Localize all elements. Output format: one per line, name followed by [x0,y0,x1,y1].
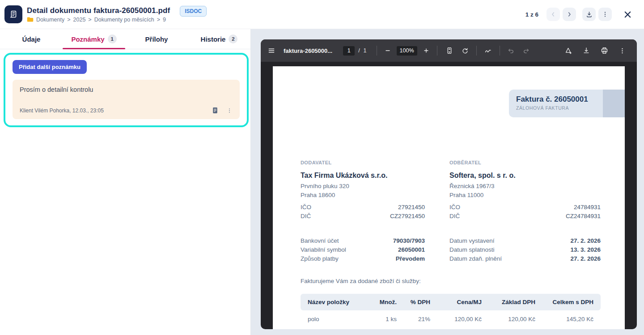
item-vat-rate: 21% [397,316,430,322]
breadcrumb: Dokumenty > 2025 > Dokumenty po měsících… [27,17,170,23]
tab-count-badge: 2 [229,34,237,43]
redo-button[interactable] [522,47,530,55]
download-icon [585,11,593,18]
note-document-icon[interactable] [212,107,218,114]
supplier-address-line: Praha 18600 [301,191,425,200]
customer-address-line: Řeznická 1967/3 [449,182,601,191]
pdf-viewer: faktura-2605000... 1 / 1 100% [261,39,637,329]
supplier-dic-value: CZ27921450 [390,213,425,219]
toolbar-divider [437,46,437,56]
chevron-right-icon [566,11,573,18]
payment-value: 26050001 [398,246,425,253]
item-name: polo [308,316,361,322]
invoice-parties: DODAVATEL Tax Firma Ukázková s.r.o. Prvn… [301,160,601,220]
next-document-button[interactable] [563,8,576,21]
item-quantity: 1 ks [361,316,397,322]
breadcrumb-separator: > [88,17,91,23]
annotate-draw-button[interactable] [484,47,492,55]
pdf-toolbar: faktura-2605000... 1 / 1 100% [261,39,637,62]
toolbar-divider [500,46,500,56]
supplier-block: DODAVATEL Tax Firma Ukázková s.r.o. Prvn… [301,160,425,220]
invoice-items-table: Název položky Množ. % DPH Cena/MJ Základ… [301,294,601,327]
supplier-address-line: Prvního pluku 320 [301,182,425,191]
more-actions-button[interactable] [598,8,612,21]
zoom-in-button[interactable] [423,47,430,54]
download-document-button[interactable] [582,8,596,21]
column-header: Základ DPH [482,299,535,305]
document-pager-label: 1 z 6 [525,11,538,18]
customer-address-line: Praha 11000 [449,191,601,200]
header-actions: 1 z 6 [525,7,635,22]
tab-label: Historie [201,35,226,43]
pdf-menu-icon[interactable] [267,47,275,55]
note-card: Prosím o detailní kontrolu Klient Vilém … [13,80,240,119]
item-vat-base: 120,00 Kč [482,316,535,322]
breadcrumb-item[interactable]: 2025 [73,17,86,23]
pdf-preview-panel: faktura-2605000... 1 / 1 100% [251,29,644,335]
column-header: Celkem s DPH [535,299,593,305]
breadcrumb-item[interactable]: Dokumenty [36,17,64,23]
pdf-page-total: 1 [364,47,367,54]
undo-button[interactable] [507,47,515,55]
pdf-more-options-button[interactable] [619,47,626,55]
payment-label: Způsob platby [301,255,339,262]
tab-prilohy[interactable]: Přílohy [125,29,188,49]
zoom-level-display[interactable]: 100% [397,46,417,56]
add-note-button[interactable]: Přidat další poznámku [13,60,87,74]
tab-label: Údaje [22,35,41,43]
previous-document-button[interactable] [547,8,560,21]
customer-ico-label: IČO [449,204,460,210]
customer-dic-value: CZ24784931 [566,213,601,219]
close-modal-button[interactable] [620,7,635,22]
payment-value: 79030/7903 [393,237,425,244]
supplier-label: DODAVATEL [301,160,425,165]
breadcrumb-separator: > [157,17,160,23]
toolbar-divider [476,46,477,56]
title-block: Detail dokumentu faktura-26050001.pdf Do… [27,6,170,23]
text-annotation-button[interactable] [564,47,572,55]
payment-value: 27. 2. 2026 [570,237,601,244]
pdf-download-button[interactable] [582,47,590,55]
tab-historie[interactable]: Historie 2 [188,29,250,49]
column-header: Název položky [308,299,361,305]
tab-udaje[interactable]: Údaje [0,29,63,49]
table-header-row: Název položky Množ. % DPH Cena/MJ Základ… [301,294,601,310]
customer-ico-value: 24784931 [574,204,601,210]
document-type-icon [4,5,22,23]
payment-label: Datum zdaň. plnění [449,255,502,262]
chevron-left-icon [550,11,557,18]
table-row: polo 1 ks 21% 120,00 Kč 120,00 Kč 145,20… [301,310,601,327]
payment-value: 13. 3. 2026 [570,246,601,253]
invoice-payment-details: Bankovní účet79030/7903 Variabilní symbo… [301,236,601,263]
breadcrumb-item[interactable]: 9 [163,17,166,23]
toolbar-divider [377,46,377,56]
pdf-page-input[interactable]: 1 [343,46,355,56]
zoom-out-button[interactable] [384,47,391,54]
folder-icon [27,17,34,22]
payment-label: Bankovní účet [301,237,339,244]
supplier-ico-value: 27921450 [398,204,425,210]
close-icon [623,10,632,19]
tab-poznamky[interactable]: Poznámky 1 [63,29,125,49]
fit-to-page-button[interactable] [445,47,453,55]
kebab-menu-icon [602,11,609,18]
invoice-number-banner: Faktura č. 26050001 ZÁLOHOVÁ FAKTURA [509,90,625,117]
payment-value: 27. 2. 2026 [570,255,601,262]
breadcrumb-separator: > [67,17,70,23]
page-title: Detail dokumentu faktura-26050001.pdf [27,6,170,15]
rotate-page-button[interactable] [461,47,469,55]
payment-label: Variabilní symbol [301,246,346,253]
supplier-dic-label: DIČ [301,213,311,219]
tab-label: Poznámky [71,35,104,43]
pdf-page-separator: / [358,47,360,54]
supplier-name: Tax Firma Ukázková s.r.o. [301,172,425,180]
payment-label: Datum vystavení [449,237,495,244]
pdf-canvas[interactable]: Faktura č. 26050001 ZÁLOHOVÁ FAKTURA DOD… [261,62,637,329]
invoice-intro-line: Fakturujeme Vám za dodané zboží či služb… [301,278,601,284]
column-header: Cena/MJ [430,299,482,305]
item-total: 145,20 Kč [535,316,593,322]
invoice-page: Faktura č. 26050001 ZÁLOHOVÁ FAKTURA DOD… [273,66,625,329]
breadcrumb-item[interactable]: Dokumenty po měsících [94,17,154,23]
note-options-kebab-icon[interactable] [226,107,233,114]
pdf-print-button[interactable] [600,47,609,55]
